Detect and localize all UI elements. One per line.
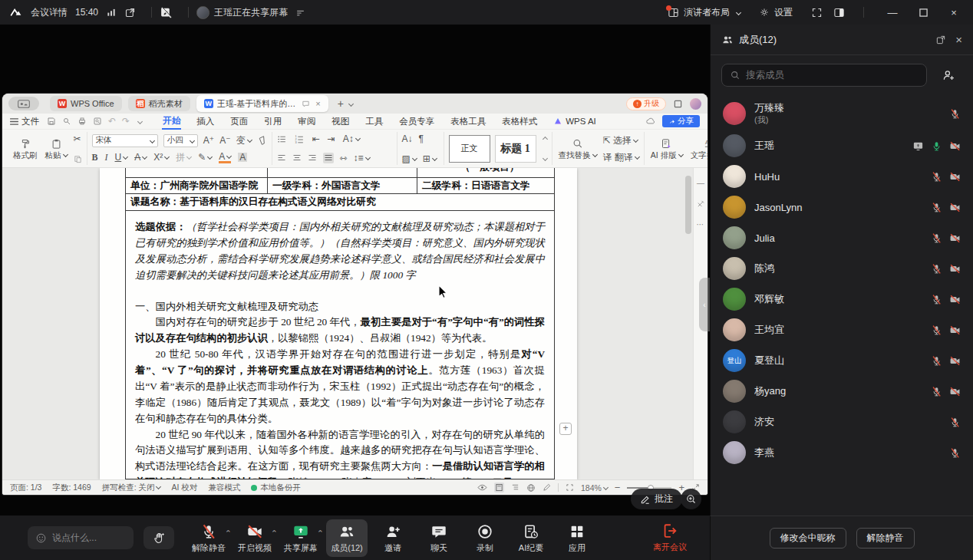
zoom-overlay-button[interactable] <box>681 489 701 509</box>
copy-icon[interactable] <box>74 155 82 163</box>
cam-off-icon[interactable] <box>949 171 961 183</box>
member-status-icons[interactable] <box>912 140 961 152</box>
style-heading1[interactable]: 标题 1 <box>495 135 536 163</box>
toolbar-button[interactable]: AI纪要 <box>510 519 552 557</box>
rename-button[interactable]: 修改会中昵称 <box>770 528 846 548</box>
borders-icon[interactable]: ⊞ <box>423 154 437 163</box>
toolbar-button[interactable]: 录制 <box>464 519 506 557</box>
layout-switch-button[interactable]: 演讲者布局 <box>668 6 740 19</box>
ribbon-tab[interactable]: 开始 <box>162 114 181 130</box>
tab-list-dropdown-icon[interactable] <box>348 100 354 106</box>
mic-off-icon[interactable] <box>931 171 942 183</box>
member-row[interactable]: 万臻臻 (我) <box>711 97 973 130</box>
strikethrough-button[interactable]: A <box>134 153 147 162</box>
translate-button[interactable]: 译 翻译 <box>603 153 639 162</box>
member-status-icons[interactable] <box>949 108 961 120</box>
member-row[interactable]: 登山 夏登山 <box>711 345 973 376</box>
popout-panel-icon[interactable] <box>935 35 946 45</box>
fullscreen-icon[interactable] <box>811 7 823 18</box>
raise-hand-button[interactable] <box>143 526 174 549</box>
tools-pane-icon[interactable] <box>697 199 705 208</box>
cam-off-icon[interactable] <box>949 294 961 305</box>
leave-meeting-button[interactable]: 离开会议 <box>653 522 687 553</box>
shading-icon[interactable]: ▨ <box>402 154 417 163</box>
screen-icon[interactable] <box>912 140 924 152</box>
wps-home-button[interactable] <box>8 97 39 110</box>
redo-icon[interactable]: ↷ <box>122 117 130 126</box>
ribbon-tab[interactable]: 工具 <box>364 114 384 129</box>
member-row[interactable]: 李燕 <box>711 437 973 468</box>
eye-icon[interactable] <box>477 483 487 492</box>
paste-button[interactable]: 粘贴 <box>44 138 69 160</box>
mic-off-icon[interactable] <box>931 355 942 367</box>
toolbar-button[interactable]: 共享屏幕 ⌃ <box>280 519 322 557</box>
member-status-icons[interactable] <box>931 386 961 397</box>
show-marks-icon[interactable]: ¶ <box>419 134 424 143</box>
line-spacing-button[interactable]: ↕≡ <box>354 153 370 163</box>
cam-off-icon[interactable] <box>949 202 961 213</box>
web-view-icon[interactable] <box>526 483 536 492</box>
close-panel-icon[interactable]: × <box>955 33 962 46</box>
style-body-text[interactable]: 正文 <box>449 135 490 163</box>
clear-format-icon[interactable] <box>257 136 267 146</box>
change-case-icon[interactable]: 变 <box>236 136 252 145</box>
cam-off-icon[interactable] <box>949 386 961 397</box>
ribbon-tab[interactable]: 视图 <box>331 114 350 129</box>
ribbon-tab[interactable]: 插入 <box>196 114 215 129</box>
collapse-pane-icon[interactable]: — <box>697 179 704 187</box>
toolbar-button[interactable]: 邀请 <box>372 519 414 557</box>
font-color-button[interactable]: A <box>219 152 231 163</box>
add-member-button[interactable] <box>935 64 962 87</box>
text-direction-icon[interactable]: A↕ <box>343 134 360 143</box>
toolbar-button-chevron[interactable]: ⌃ <box>225 529 232 539</box>
ribbon-tab[interactable]: 页面 <box>229 114 249 129</box>
member-status-icons[interactable] <box>931 324 961 336</box>
table-insert-button[interactable]: + <box>559 423 572 435</box>
mic-off-icon[interactable] <box>931 232 942 244</box>
sort-icon[interactable]: A↓ <box>402 134 413 143</box>
compat-mode-label[interactable]: 兼容模式 <box>208 483 240 493</box>
align-left-button[interactable] <box>277 153 286 163</box>
mic-off-icon[interactable] <box>931 294 942 305</box>
toolbar-button[interactable]: 聊天 <box>418 519 460 557</box>
ribbon-tab[interactable]: 审阅 <box>297 114 316 129</box>
backup-status[interactable]: 本地备份开 <box>251 483 301 493</box>
align-right-button[interactable] <box>308 153 317 163</box>
toolbar-button[interactable]: 应用 <box>556 519 598 557</box>
font-size-select[interactable]: 小四 <box>163 134 198 147</box>
search-members-input[interactable]: 搜索成员 <box>721 64 927 87</box>
wps-ai-tab[interactable]: WPS AI <box>552 115 597 127</box>
member-status-icons[interactable] <box>931 263 961 275</box>
sharing-detail-icon[interactable] <box>295 8 305 18</box>
member-row[interactable]: JasonLynn <box>711 192 973 222</box>
underline-button[interactable]: U <box>115 153 128 162</box>
cam-off-icon[interactable] <box>949 263 961 275</box>
cut-icon[interactable]: ✂ <box>74 134 82 143</box>
print-preview-icon[interactable] <box>93 117 102 126</box>
member-row[interactable]: Julia <box>711 222 973 253</box>
cam-off-icon[interactable] <box>949 232 961 244</box>
wps-window-restore-icon[interactable] <box>674 100 682 108</box>
outline-view-icon[interactable] <box>511 483 519 492</box>
undo-icon[interactable]: ↶ <box>108 117 116 126</box>
member-row[interactable]: 邓辉敏 <box>711 284 973 315</box>
member-row[interactable]: 济安 <box>711 407 973 437</box>
file-menu[interactable]: 文件 <box>10 116 39 127</box>
open-in-window-icon[interactable] <box>124 7 136 18</box>
share-button[interactable]: 分享 <box>662 115 700 127</box>
member-status-icons[interactable] <box>931 232 961 244</box>
toolbar-button-chevron[interactable]: ⌃ <box>317 529 324 539</box>
increase-indent-icon[interactable]: ⇥ <box>328 134 335 143</box>
quick-chat-input[interactable]: 说点什么... <box>28 526 134 549</box>
ribbon-tab[interactable]: 表格样式 <box>501 114 538 129</box>
print-icon[interactable] <box>78 117 87 126</box>
tab-document-active[interactable]: W 王瑶-基于语料库的汉日存在 × <box>196 95 328 112</box>
save-icon[interactable] <box>47 117 56 126</box>
phonetic-guide-button[interactable]: 拼 <box>176 153 191 162</box>
distribute-button[interactable]: ⇿ <box>340 153 348 163</box>
wps-account-avatar[interactable] <box>690 98 701 110</box>
member-status-icons[interactable] <box>931 355 961 367</box>
member-row[interactable]: HuHu <box>711 161 973 192</box>
zoom-level[interactable]: 184% <box>581 483 608 492</box>
numbered-list-button[interactable]: 123 <box>295 134 305 144</box>
